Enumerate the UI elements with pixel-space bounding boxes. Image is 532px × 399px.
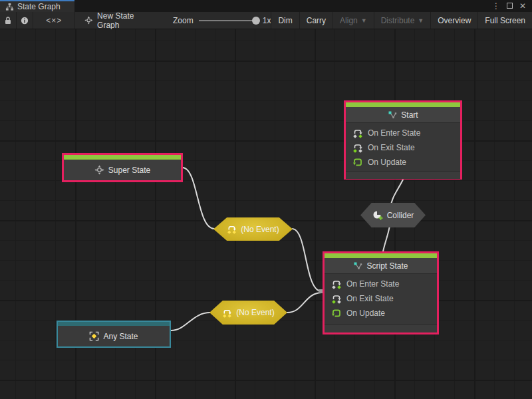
- state-header-bar: [346, 102, 460, 107]
- info-button[interactable]: [17, 12, 33, 29]
- chevron-down-icon: ▼: [418, 17, 424, 24]
- graph-compass-icon: [84, 15, 93, 25]
- node-script-state[interactable]: Script State On Enter State: [323, 251, 439, 334]
- state-flow-icon: [353, 261, 362, 271]
- node-collider[interactable]: Collider: [360, 203, 426, 227]
- event-on-update[interactable]: On Update: [352, 157, 454, 168]
- graph-name: New State Graph: [75, 12, 156, 29]
- node-no-event-1[interactable]: (No Event): [213, 217, 293, 241]
- node-super-state[interactable]: Super State: [62, 153, 183, 182]
- tab-state-graph[interactable]: State Graph: [0, 0, 74, 12]
- node-no-event-2[interactable]: (No Event): [209, 301, 287, 325]
- chevron-down-icon: ▼: [361, 17, 367, 24]
- event-transition-icon: [222, 308, 232, 318]
- graph-toolbar: <×> New State Graph Zoom 1x Dim: [0, 12, 532, 29]
- zoom-slider-track: [199, 20, 257, 21]
- collider-icon: [372, 210, 383, 221]
- align-button[interactable]: Align ▼: [332, 12, 374, 29]
- event-on-update[interactable]: On Update: [331, 308, 430, 319]
- distribute-button[interactable]: Distribute ▼: [374, 12, 431, 29]
- update-loop-icon: [331, 308, 342, 319]
- enter-state-icon: [352, 128, 363, 138]
- carry-button[interactable]: Carry: [299, 12, 332, 29]
- window-menu-icon[interactable]: ⋮: [491, 1, 501, 11]
- event-on-enter-state[interactable]: On Enter State: [331, 279, 430, 289]
- node-script-state-title[interactable]: Script State: [325, 258, 437, 274]
- wire-superstate-to-noevent: [183, 168, 214, 229]
- node-start[interactable]: Start On Enter State: [344, 100, 462, 180]
- enter-state-icon: [331, 279, 342, 289]
- node-footer: [325, 325, 437, 332]
- any-state-icon: [89, 331, 99, 341]
- zoom-slider[interactable]: [199, 17, 257, 25]
- overview-button[interactable]: Overview: [430, 12, 477, 29]
- lock-icon: [4, 16, 12, 25]
- node-footer: [346, 171, 460, 179]
- node-any-state[interactable]: Any State: [57, 321, 171, 348]
- node-script-state-events: On Enter State On Exit State: [325, 274, 437, 322]
- zoom-label: Zoom: [173, 16, 194, 25]
- state-graph-window: State Graph ⋮ ✕ <×>: [0, 0, 532, 399]
- toolbar-right-group: Dim Carry Align ▼ Distribute ▼ Overview …: [271, 12, 532, 29]
- node-super-state-title[interactable]: Super State: [64, 160, 181, 180]
- tab-label: State Graph: [17, 2, 61, 11]
- wire-noevent-to-scriptstate: [293, 229, 321, 291]
- exit-state-icon: [352, 142, 363, 153]
- node-start-events: On Enter State On Exit State: [346, 123, 460, 171]
- title-bar: State Graph ⋮ ✕: [0, 0, 532, 12]
- dim-button[interactable]: Dim: [271, 12, 299, 29]
- fullscreen-button[interactable]: Full Screen: [477, 12, 532, 29]
- exit-state-icon: [331, 293, 342, 304]
- state-header-bar: [325, 253, 437, 258]
- graph-hierarchy-icon: [5, 3, 14, 11]
- node-any-state-title[interactable]: Any State: [58, 326, 170, 346]
- state-header-bar: [64, 155, 181, 160]
- wire-noevent2-to-scriptstate: [287, 293, 321, 313]
- maximize-icon[interactable]: [504, 1, 515, 11]
- event-on-enter-state[interactable]: On Enter State: [352, 128, 454, 138]
- zoom-value: 1x: [263, 16, 271, 25]
- event-on-exit-state[interactable]: On Exit State: [331, 293, 430, 304]
- state-flow-icon: [388, 110, 397, 120]
- node-start-title[interactable]: Start: [346, 107, 460, 123]
- event-transition-icon: [227, 224, 237, 234]
- code-view-button[interactable]: <×>: [33, 12, 75, 29]
- graph-canvas[interactable]: Start On Enter State: [0, 29, 532, 399]
- close-icon[interactable]: ✕: [517, 1, 528, 11]
- update-loop-icon: [352, 157, 363, 168]
- zoom-control: Zoom 1x: [156, 12, 271, 29]
- event-on-exit-state[interactable]: On Exit State: [352, 142, 454, 153]
- zoom-slider-knob[interactable]: [252, 17, 260, 25]
- info-icon: [21, 16, 29, 25]
- graph-name-label: New State Graph: [97, 11, 149, 30]
- wire-anystate-to-noevent: [171, 313, 210, 331]
- window-controls: ⋮ ✕: [491, 0, 532, 12]
- super-state-icon: [94, 165, 104, 175]
- lock-button[interactable]: [0, 12, 17, 29]
